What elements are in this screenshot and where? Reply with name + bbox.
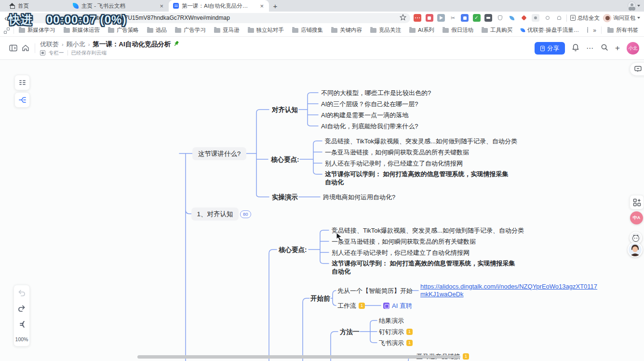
ext-burst-icon[interactable] bbox=[520, 14, 528, 22]
ask-doubao-button[interactable]: 询问豆包 bbox=[603, 14, 640, 22]
bookmark-item[interactable]: 工具购买 bbox=[482, 27, 512, 34]
ext-timer-icon[interactable] bbox=[484, 14, 492, 22]
folder-icon bbox=[175, 28, 181, 33]
mindmap-node[interactable]: AI的三个层级？你自己处在哪一层? bbox=[321, 100, 418, 108]
mindmap-node[interactable]: 一条亚马逊链接，如何瞬间获取竞品的所有关键数据 bbox=[325, 149, 469, 156]
bookmarks-overflow-button[interactable]: » bbox=[588, 27, 601, 34]
mindmap-node-topic[interactable]: 这节课讲什么? bbox=[192, 147, 246, 160]
breadcrumb-item[interactable]: 顾小北 bbox=[67, 40, 85, 49]
components-grid-button[interactable] bbox=[630, 195, 644, 209]
summarize-button[interactable]: 总结全文 bbox=[570, 14, 600, 22]
redo-icon[interactable] bbox=[17, 305, 26, 314]
mindmap-node[interactable]: 核心要点: bbox=[279, 246, 307, 253]
count-badge: 1 bbox=[406, 340, 413, 346]
bookmark-star-icon[interactable] bbox=[400, 14, 406, 22]
bookmark-item[interactable]: 广告学习 bbox=[175, 27, 206, 34]
back-button[interactable]: ‹ bbox=[3, 14, 9, 22]
zoom-level[interactable]: 100% bbox=[15, 336, 28, 342]
collapsed-count-badge[interactable]: 80 bbox=[240, 210, 251, 218]
mindmap-node[interactable]: 钉钉演示1 bbox=[379, 328, 413, 335]
ext-shield-icon[interactable] bbox=[496, 14, 504, 22]
mindmap-node[interactable]: 对齐认知 bbox=[272, 106, 298, 113]
avatar-user-photo[interactable] bbox=[628, 242, 643, 257]
mindmap-node[interactable]: 别人还在手动记录时，你已经建立了自动化情报网 bbox=[332, 249, 470, 256]
mindmap-node[interactable]: 一条亚马逊链接，如何瞬间获取竞品的所有关键数据 bbox=[332, 238, 476, 245]
comments-button[interactable] bbox=[630, 62, 644, 76]
collapse-nodes-icon[interactable] bbox=[17, 320, 26, 331]
search-icon[interactable] bbox=[601, 43, 608, 53]
ext-check-icon[interactable] bbox=[544, 14, 551, 22]
browser-tab[interactable]: 第一课：AI自动化竞品分…× bbox=[169, 0, 269, 12]
translate-button[interactable]: 中A bbox=[630, 211, 643, 224]
mindmap-node-topic[interactable]: 1、对齐认知 bbox=[191, 208, 239, 221]
mindmap-node[interactable]: 飞书演示1 bbox=[379, 339, 413, 347]
ext-send-icon[interactable] bbox=[437, 14, 445, 22]
bookmark-item[interactable]: 新媒体运营 bbox=[64, 27, 100, 34]
horizontal-scrollbar[interactable] bbox=[137, 355, 460, 359]
bookmark-item[interactable]: 亚马逊 bbox=[214, 27, 240, 34]
tab-close-icon[interactable]: × bbox=[259, 3, 265, 9]
new-tab-button[interactable]: + bbox=[269, 0, 282, 11]
mindmap-node[interactable]: 开始前 bbox=[310, 295, 330, 302]
bookmark-item[interactable]: 独立站对手 bbox=[248, 27, 284, 34]
bookmark-item[interactable]: 关键内容 bbox=[331, 27, 362, 34]
mindmap-view-button[interactable] bbox=[14, 92, 30, 108]
undo-icon[interactable] bbox=[17, 289, 26, 299]
sidebar-toggle-icon[interactable] bbox=[7, 42, 19, 55]
mindmap-node[interactable]: 不同的大模型，哪些工作是比较出色的? bbox=[321, 89, 431, 97]
browser-profile-button[interactable] bbox=[628, 1, 640, 10]
mindmap-node[interactable]: 先从一个【智能简历】开始 bbox=[337, 287, 413, 294]
user-avatar[interactable]: 小北 bbox=[627, 42, 639, 55]
pin-icon[interactable] bbox=[174, 41, 179, 48]
bookmark-item[interactable]: 店铺搜集 bbox=[292, 27, 323, 34]
mindmap-node[interactable]: 核心要点: bbox=[271, 156, 299, 163]
bookmark-item[interactable]: 广告策略 bbox=[108, 27, 139, 34]
tab-close-icon[interactable]: × bbox=[159, 3, 164, 9]
browser-tab[interactable]: 首页 bbox=[5, 0, 68, 12]
create-new-icon[interactable]: + bbox=[615, 43, 620, 53]
bookmark-item[interactable]: 竞品关注 bbox=[370, 27, 401, 34]
share-button[interactable]: 分享 bbox=[535, 42, 565, 55]
mindmap-node[interactable]: 工作流1 bbox=[337, 302, 365, 309]
bookmark-item[interactable]: 新媒体学习 bbox=[19, 27, 55, 34]
mindmap-node[interactable]: AI的构建是需要一点一滴的落地 bbox=[321, 111, 408, 119]
bookmark-item[interactable]: 选品 bbox=[147, 27, 167, 34]
mindmap-node[interactable]: 结果演示 bbox=[379, 317, 404, 324]
apps-grid-icon[interactable] bbox=[4, 28, 10, 33]
mindmap-node[interactable]: 竞品链接、TikTok爆款视频、突发灵感...如何做到随手记录、自动分类 bbox=[325, 138, 517, 145]
mindmap-canvas-area[interactable]: 这节课讲什么?对齐认知不同的大模型，哪些工作是比较出色的?AI的三个层级？你自己… bbox=[0, 60, 644, 361]
node-text: 这节课你可以学到： 如何打造高效的信息管理系统，实现情报采集自动化 bbox=[332, 260, 517, 276]
breadcrumb-item[interactable]: 优联荟 bbox=[40, 40, 59, 49]
mindmap-node[interactable]: 方法一 bbox=[340, 328, 360, 335]
ext-frame-icon[interactable] bbox=[461, 14, 469, 22]
ext-page-icon[interactable] bbox=[532, 14, 539, 22]
ext-todo-icon[interactable]: ✓ bbox=[473, 14, 481, 22]
ext-media-icon[interactable] bbox=[426, 14, 433, 22]
url-bar[interactable]: ndnotes/GU7gb7U15mV87hndkaGc7RXWnve#mind… bbox=[12, 13, 410, 23]
mindmap-node[interactable]: 这节课你可以学到： 如何打造高效的信息管理系统，实现情报采集自动化 bbox=[332, 260, 517, 276]
bookmark-item[interactable]: 优联荟·操盘手流量… bbox=[521, 27, 579, 34]
mindmap-node[interactable]: AI 直聘 bbox=[383, 302, 412, 309]
square-glyph bbox=[428, 16, 431, 20]
mindmap-node[interactable]: AI自动化，到底能给我们带来什么? bbox=[321, 123, 418, 130]
bookmark-item[interactable]: AI系列 bbox=[409, 27, 434, 34]
mindmap-node[interactable]: 这节课你可以学到： 如何打造高效的信息管理系统，实现情报采集自动化 bbox=[325, 170, 510, 186]
browser-tab[interactable]: 主页 - 飞书云文档× bbox=[68, 0, 169, 12]
mindmap-node[interactable]: 实操演示 bbox=[272, 194, 298, 201]
bookmark-item[interactable]: YouTube bbox=[587, 28, 588, 33]
ext-bird-icon[interactable] bbox=[508, 14, 516, 22]
all-bookmarks-button[interactable]: 所有书签 bbox=[601, 27, 638, 34]
mindmap-node[interactable]: 别人还在手动记录时，你已经建立了自动化情报网 bbox=[325, 160, 463, 167]
mindmap-node[interactable]: 竞品链接、TikTok爆款视频、突发灵感...如何做到随手记录、自动分类 bbox=[332, 227, 524, 234]
mindmap-node[interactable]: 跨境电商如何运用自动化? bbox=[323, 194, 395, 201]
ext-alarm-icon[interactable] bbox=[555, 14, 563, 22]
ext-notes-icon[interactable] bbox=[414, 14, 421, 22]
home-icon[interactable] bbox=[19, 42, 32, 55]
notifications-bell-icon[interactable] bbox=[572, 43, 579, 54]
share-label: 分享 bbox=[547, 44, 559, 53]
more-menu-icon[interactable]: ⋯ bbox=[586, 44, 594, 53]
ext-scissors-icon[interactable]: ✂ bbox=[449, 14, 457, 22]
mindmap-link[interactable]: https://alidocs.dingtalk.com/i/nodes/NZQ… bbox=[420, 283, 600, 298]
outline-view-button[interactable] bbox=[14, 75, 30, 90]
bookmark-item[interactable]: 假日活动 bbox=[443, 27, 473, 34]
